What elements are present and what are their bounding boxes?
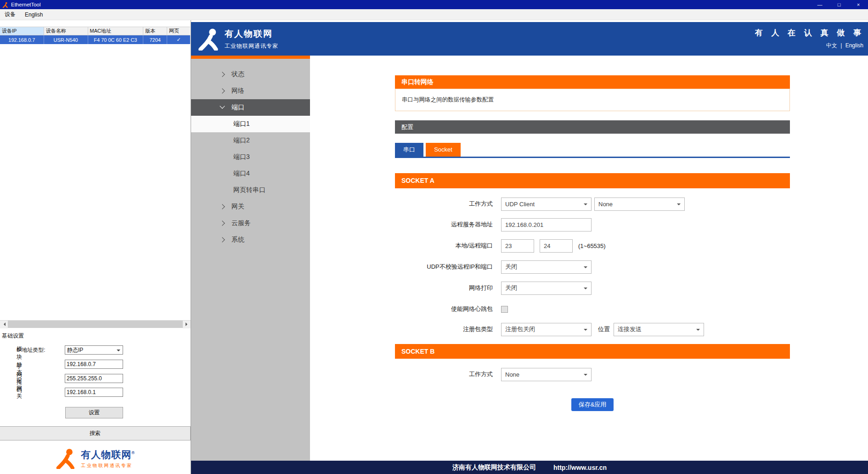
registered-mark: ® xyxy=(131,451,135,455)
sidebar-item-system[interactable]: 系统 xyxy=(191,231,310,248)
ports-label: 本地/远程端口 xyxy=(395,242,493,250)
footer-company: 济南有人物联网技术有限公司 xyxy=(452,463,536,472)
web-sidebar: 状态 网络 端口 端口1 端口2 端口3 端口4 网页转串口 网关 xyxy=(191,59,310,461)
ports-range-hint: (1~65535) xyxy=(578,243,606,249)
static-ip-input[interactable] xyxy=(65,360,123,369)
config-section-bar: 配置 xyxy=(395,120,790,134)
heartbeat-checkbox[interactable] xyxy=(501,306,508,313)
remote-port-input[interactable] xyxy=(540,239,573,253)
ip-type-combo[interactable]: 静态IP xyxy=(65,345,123,355)
tab-socket[interactable]: Socket xyxy=(426,143,461,157)
sidebar-item-port4[interactable]: 端口4 xyxy=(191,165,310,182)
scroll-left-button[interactable] xyxy=(0,321,8,328)
save-apply-button[interactable]: 保存&应用 xyxy=(571,398,614,411)
device-version-cell: 7204 xyxy=(143,35,167,44)
sidebar-item-port2[interactable]: 端口2 xyxy=(191,132,310,149)
app-icon xyxy=(2,2,8,8)
search-button[interactable]: 搜索 xyxy=(0,426,191,440)
page-description: 串口与网络之间的数据传输参数配置 xyxy=(395,89,790,111)
column-header-web[interactable]: 网页 xyxy=(167,27,190,35)
device-web-link-icon[interactable]: ✓ xyxy=(167,35,190,44)
sidebar-item-label: 网页转串口 xyxy=(191,186,265,194)
net-print-label: 网络打印 xyxy=(395,284,493,292)
socketb-work-mode-label: 工作方式 xyxy=(395,370,493,378)
sidebar-item-label: 端口4 xyxy=(191,169,250,178)
header-slogan: 有 人 在 认 真 做 事 xyxy=(755,28,864,38)
sidebar-accent-bar xyxy=(191,56,310,59)
sidebar-item-port1[interactable]: 端口1 xyxy=(191,116,310,132)
scrollbar-thumb[interactable] xyxy=(8,321,183,328)
work-mode-extra-select[interactable]: None xyxy=(594,198,685,211)
regpkt-label: 注册包类型 xyxy=(395,325,493,333)
horizontal-scrollbar[interactable] xyxy=(0,320,191,328)
language-switch: 中文 | English xyxy=(755,42,864,50)
lang-zh-link[interactable]: 中文 xyxy=(826,42,837,49)
work-mode-extra-value: None xyxy=(598,201,613,208)
column-header-version[interactable]: 版本 xyxy=(143,27,167,35)
socketb-work-mode-value: None xyxy=(505,371,519,378)
device-table-header: 设备IP 设备名称 MAC地址 版本 网页 xyxy=(0,27,190,35)
set-button[interactable]: 设置 xyxy=(65,407,123,418)
socket-a-header: SOCKET A xyxy=(395,173,790,188)
tab-underline xyxy=(395,157,790,158)
remote-addr-input[interactable] xyxy=(501,218,592,231)
tab-serial[interactable]: 串口 xyxy=(395,143,423,157)
menu-item-device[interactable]: 设备 xyxy=(0,9,20,20)
lang-en-link[interactable]: English xyxy=(845,42,863,49)
regpkt-type-select[interactable]: 注册包关闭 xyxy=(501,323,592,336)
gateway-label: 网关 xyxy=(17,384,22,400)
sidebar-item-label: 系统 xyxy=(191,236,244,244)
brand-slogan: 工业物联网通讯专家 xyxy=(81,463,135,469)
basic-settings-title: 基础设置 xyxy=(2,332,24,340)
subnet-mask-input[interactable] xyxy=(65,374,123,383)
scroll-right-button[interactable] xyxy=(183,321,191,328)
column-header-mac[interactable]: MAC地址 xyxy=(88,27,144,35)
device-row-selected[interactable]: 192.168.0.7 USR-N540 F4 70 0C 60 E2 C3 7… xyxy=(0,35,190,44)
column-header-ip[interactable]: 设备IP xyxy=(0,27,44,35)
sidebar-item-port[interactable]: 端口 xyxy=(191,99,310,116)
device-mac-cell: F4 70 0C 60 E2 C3 xyxy=(88,35,144,44)
heartbeat-label: 使能网络心跳包 xyxy=(395,305,493,313)
sidebar-item-cloud[interactable]: 云服务 xyxy=(191,215,310,231)
udp-check-label: UDP不校验远程IP和端口 xyxy=(395,263,493,271)
maximize-button[interactable]: □ xyxy=(829,0,849,9)
udp-check-select[interactable]: 关闭 xyxy=(501,260,592,274)
remote-addr-row: 远程服务器地址 xyxy=(395,218,790,231)
sidebar-item-label: 端口3 xyxy=(191,153,250,161)
regpkt-pos-select[interactable]: 连接发送 xyxy=(614,323,704,336)
ip-type-value: 静态IP xyxy=(67,346,83,354)
minimize-button[interactable]: — xyxy=(810,0,829,9)
sidebar-item-label: 状态 xyxy=(191,70,244,79)
heartbeat-row: 使能网络心跳包 xyxy=(395,302,790,316)
work-mode-select[interactable]: UDP Client xyxy=(501,198,592,211)
triangle-left-icon xyxy=(2,322,6,326)
work-mode-row: 工作方式 UDP Client None xyxy=(395,197,790,211)
web-content: 串口转网络 串口与网络之间的数据传输参数配置 配置 串口 Socket SOCK… xyxy=(310,59,868,461)
lang-divider: | xyxy=(840,42,842,49)
sidebar-item-web2serial[interactable]: 网页转串口 xyxy=(191,182,310,198)
brand-name: 有人物联网® xyxy=(81,448,135,461)
web-brand-subtitle: 工业物联网通讯专家 xyxy=(225,42,278,50)
sidebar-item-gateway[interactable]: 网关 xyxy=(191,198,310,215)
sidebar-item-label: 端口 xyxy=(191,103,244,112)
menu-item-english[interactable]: English xyxy=(20,9,47,20)
usr-brand-logo: 有人物联网® 工业物联网通讯专家 xyxy=(0,441,190,474)
device-table: 设备IP 设备名称 MAC地址 版本 网页 192.168.0.7 USR-N5… xyxy=(0,27,190,44)
ip-type-row: IP地址类型: 静态IP xyxy=(0,345,58,355)
net-print-select[interactable]: 关闭 xyxy=(501,282,592,295)
column-header-name[interactable]: 设备名称 xyxy=(44,27,88,35)
usr-person-icon xyxy=(197,28,220,51)
sidebar-item-network[interactable]: 网络 xyxy=(191,83,310,99)
sidebar-item-label: 端口2 xyxy=(191,136,250,145)
footer-url[interactable]: http://www.usr.cn xyxy=(553,464,607,471)
sidebar-item-port3[interactable]: 端口3 xyxy=(191,149,310,165)
remote-addr-label: 远程服务器地址 xyxy=(395,220,493,229)
sidebar-item-label: 端口1 xyxy=(191,120,250,128)
local-port-input[interactable] xyxy=(501,239,534,253)
sidebar-item-status[interactable]: 状态 xyxy=(191,66,310,83)
socketb-work-mode-select[interactable]: None xyxy=(501,368,592,381)
gateway-input[interactable] xyxy=(65,388,123,397)
work-mode-label: 工作方式 xyxy=(395,200,493,208)
sidebar-item-label: 网关 xyxy=(191,203,244,211)
close-button[interactable]: × xyxy=(849,0,868,9)
